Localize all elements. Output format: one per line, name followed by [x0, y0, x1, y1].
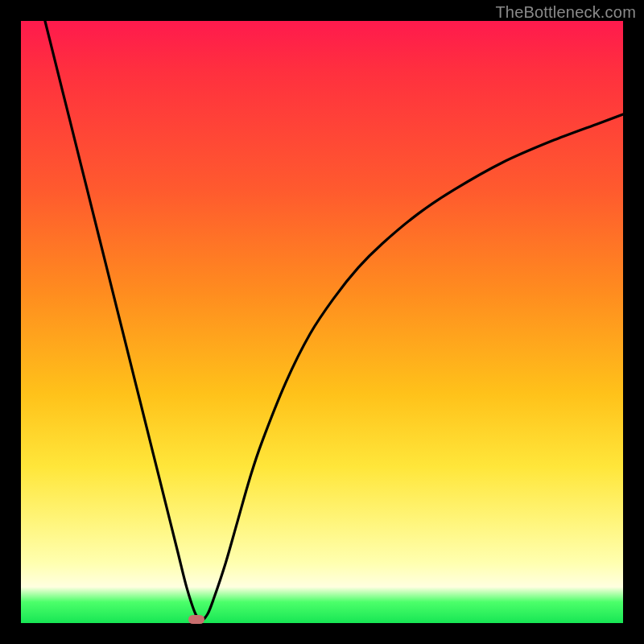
- chart-frame: TheBottleneck.com: [0, 0, 644, 644]
- plot-area: [21, 21, 623, 623]
- optimum-marker: [188, 615, 204, 624]
- watermark-text: TheBottleneck.com: [495, 3, 636, 22]
- bottleneck-curve: [21, 21, 623, 623]
